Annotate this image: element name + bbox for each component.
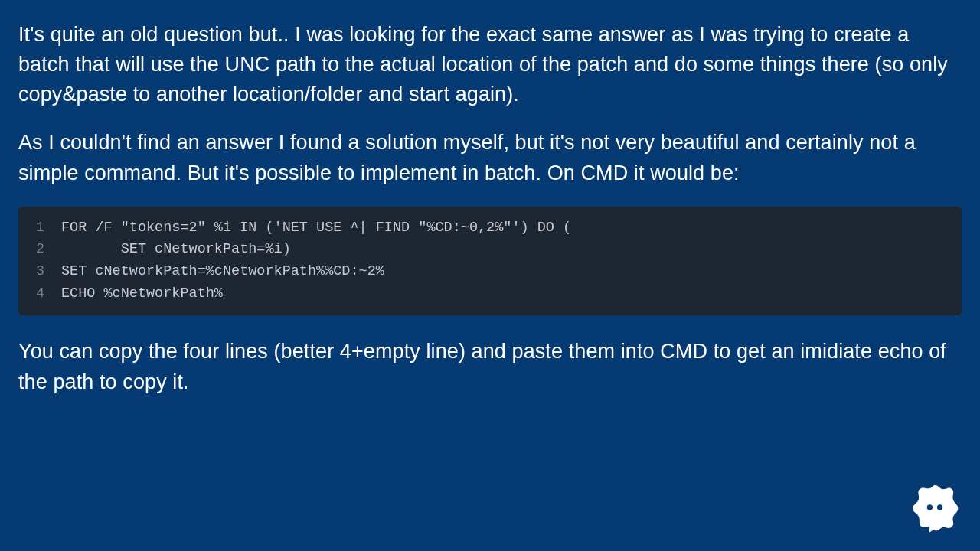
line-number: 2 [31,239,61,261]
answer-paragraph-3: You can copy the four lines (better 4+em… [18,337,962,396]
svg-point-1 [937,504,942,510]
code-text: FOR /F "tokens=2" %i IN ('NET USE ^| FIN… [61,217,571,240]
code-line: 4 ECHO %cNetworkPath% [31,283,949,305]
code-text: SET cNetworkPath=%cNetworkPath%%CD:~2% [61,261,384,283]
code-line: 2 SET cNetworkPath=%i) [31,239,949,261]
line-number: 3 [31,261,61,283]
code-block: 1 FOR /F "tokens=2" %i IN ('NET USE ^| F… [18,207,962,316]
chat-bubble-icon[interactable] [910,482,960,533]
code-line: 1 FOR /F "tokens=2" %i IN ('NET USE ^| F… [31,217,949,240]
code-text: SET cNetworkPath=%i) [61,239,291,261]
answer-paragraph-1: It's quite an old question but.. I was l… [18,20,962,109]
answer-paragraph-2: As I couldn't find an answer I found a s… [18,128,962,187]
code-text: ECHO %cNetworkPath% [61,283,223,305]
line-number: 4 [31,283,61,305]
svg-point-0 [927,504,933,510]
code-line: 3 SET cNetworkPath=%cNetworkPath%%CD:~2% [31,261,949,283]
line-number: 1 [31,217,61,240]
